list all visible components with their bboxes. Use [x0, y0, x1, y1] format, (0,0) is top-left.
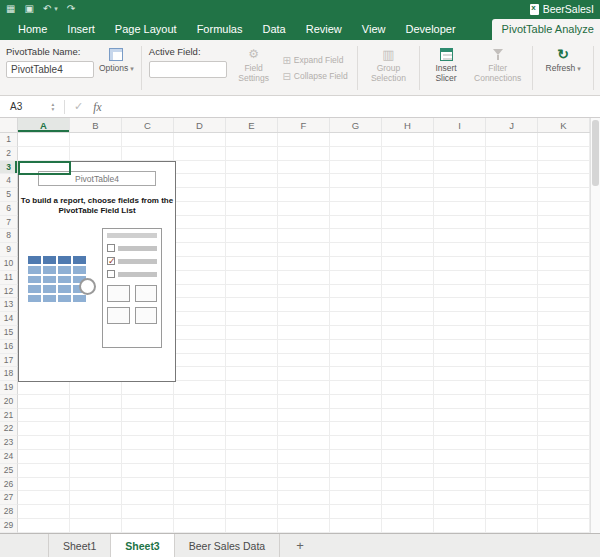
cell-H8[interactable]	[382, 229, 434, 243]
cell-H20[interactable]	[382, 395, 434, 409]
cell-A2[interactable]	[18, 147, 70, 161]
cell-E9[interactable]	[226, 243, 278, 257]
cell-J2[interactable]	[486, 147, 538, 161]
cell-D13[interactable]	[174, 298, 226, 312]
row-header-5[interactable]: 5	[0, 188, 18, 202]
cell-H27[interactable]	[382, 491, 434, 505]
cell-K14[interactable]	[538, 312, 590, 326]
cell-E18[interactable]	[226, 367, 278, 381]
cell-K3[interactable]	[538, 161, 590, 175]
cell-H11[interactable]	[382, 271, 434, 285]
cell-I3[interactable]	[434, 161, 486, 175]
cell-H13[interactable]	[382, 298, 434, 312]
cell-G18[interactable]	[330, 367, 382, 381]
cell-E22[interactable]	[226, 422, 278, 436]
cell-H22[interactable]	[382, 422, 434, 436]
cell-D20[interactable]	[174, 395, 226, 409]
cell-F19[interactable]	[278, 381, 330, 395]
cell-H4[interactable]	[382, 174, 434, 188]
cell-K17[interactable]	[538, 354, 590, 368]
cell-C26[interactable]	[122, 478, 174, 492]
cell-H14[interactable]	[382, 312, 434, 326]
cell-B19[interactable]	[70, 381, 122, 395]
sheet-tab-sheet1[interactable]: Sheet1	[48, 534, 111, 557]
cell-D3[interactable]	[174, 161, 226, 175]
cell-C24[interactable]	[122, 450, 174, 464]
filter-connections-button[interactable]: Filter Connections	[470, 43, 526, 93]
cell-A27[interactable]	[18, 491, 70, 505]
vertical-scrollbar-thumb[interactable]	[592, 120, 599, 186]
cell-A1[interactable]	[18, 133, 70, 147]
cell-J1[interactable]	[486, 133, 538, 147]
add-sheet-button[interactable]: +	[284, 534, 316, 557]
cell-H16[interactable]	[382, 340, 434, 354]
cell-I27[interactable]	[434, 491, 486, 505]
cell-I26[interactable]	[434, 478, 486, 492]
cell-B23[interactable]	[70, 436, 122, 450]
cell-D27[interactable]	[174, 491, 226, 505]
cell-E24[interactable]	[226, 450, 278, 464]
cell-I17[interactable]	[434, 354, 486, 368]
cell-F5[interactable]	[278, 188, 330, 202]
column-header-G[interactable]: G	[330, 118, 382, 132]
cell-I21[interactable]	[434, 409, 486, 423]
cell-I1[interactable]	[434, 133, 486, 147]
cell-H23[interactable]	[382, 436, 434, 450]
cell-J28[interactable]	[486, 505, 538, 519]
group-selection-button[interactable]: ▥ Group Selection	[365, 43, 413, 93]
cell-E17[interactable]	[226, 354, 278, 368]
cell-E21[interactable]	[226, 409, 278, 423]
cell-D6[interactable]	[174, 202, 226, 216]
cell-I25[interactable]	[434, 464, 486, 478]
cell-D18[interactable]	[174, 367, 226, 381]
field-settings-button[interactable]: ⚙ Field Settings	[232, 43, 276, 93]
cell-J27[interactable]	[486, 491, 538, 505]
cell-K10[interactable]	[538, 257, 590, 271]
cell-F14[interactable]	[278, 312, 330, 326]
cell-F22[interactable]	[278, 422, 330, 436]
cell-F13[interactable]	[278, 298, 330, 312]
cell-J15[interactable]	[486, 326, 538, 340]
cell-E10[interactable]	[226, 257, 278, 271]
row-header-22[interactable]: 22	[0, 422, 18, 436]
cell-G19[interactable]	[330, 381, 382, 395]
cell-K13[interactable]	[538, 298, 590, 312]
cell-F26[interactable]	[278, 478, 330, 492]
row-header-17[interactable]: 17	[0, 354, 18, 368]
ribbon-tab-home[interactable]: Home	[8, 19, 57, 40]
cell-J23[interactable]	[486, 436, 538, 450]
cell-D10[interactable]	[174, 257, 226, 271]
cell-I28[interactable]	[434, 505, 486, 519]
cell-E13[interactable]	[226, 298, 278, 312]
cell-G2[interactable]	[330, 147, 382, 161]
column-header-H[interactable]: H	[382, 118, 434, 132]
cell-F29[interactable]	[278, 519, 330, 533]
cell-K21[interactable]	[538, 409, 590, 423]
sheet-tab-sheet3[interactable]: Sheet3	[111, 534, 174, 557]
undo-icon[interactable]: ↶	[43, 4, 51, 14]
cell-D14[interactable]	[174, 312, 226, 326]
cell-K2[interactable]	[538, 147, 590, 161]
cell-J25[interactable]	[486, 464, 538, 478]
cell-D22[interactable]	[174, 422, 226, 436]
cell-K15[interactable]	[538, 326, 590, 340]
cell-H6[interactable]	[382, 202, 434, 216]
cell-F9[interactable]	[278, 243, 330, 257]
ribbon-tab-pivottable-analyze[interactable]: PivotTable Analyze	[492, 19, 600, 40]
cell-F24[interactable]	[278, 450, 330, 464]
cell-J6[interactable]	[486, 202, 538, 216]
row-header-27[interactable]: 27	[0, 491, 18, 505]
cell-G10[interactable]	[330, 257, 382, 271]
cell-D24[interactable]	[174, 450, 226, 464]
cell-I14[interactable]	[434, 312, 486, 326]
cell-J24[interactable]	[486, 450, 538, 464]
cell-E6[interactable]	[226, 202, 278, 216]
ribbon-tab-page-layout[interactable]: Page Layout	[105, 19, 187, 40]
row-header-13[interactable]: 13	[0, 298, 18, 312]
cell-G24[interactable]	[330, 450, 382, 464]
cell-H26[interactable]	[382, 478, 434, 492]
cell-D4[interactable]	[174, 174, 226, 188]
cell-I11[interactable]	[434, 271, 486, 285]
cell-J22[interactable]	[486, 422, 538, 436]
cell-K18[interactable]	[538, 367, 590, 381]
